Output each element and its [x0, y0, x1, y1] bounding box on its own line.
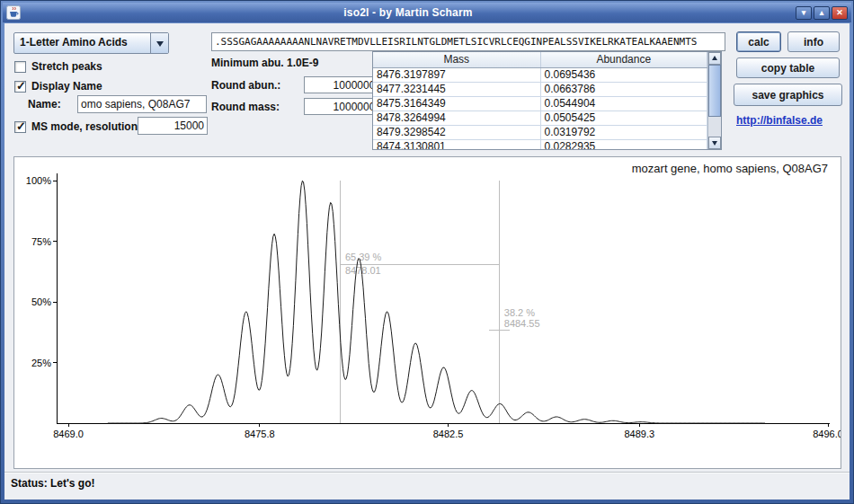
app-window: iso2l - by Martin Scharm ▾ ▴ ✕ 1-Letter …: [0, 0, 854, 504]
stretch-peaks-checkbox[interactable]: Stretch peaks: [14, 59, 102, 74]
resolution-input[interactable]: [138, 117, 208, 135]
copy-table-button[interactable]: copy table: [736, 57, 840, 78]
table-row[interactable]: 8479.32985420.0319792: [373, 125, 707, 139]
window-title: iso2l - by Martin Scharm: [24, 6, 792, 19]
abundance-table-body: 8476.31978970.06954368477.32314450.06637…: [373, 67, 707, 150]
table-cell[interactable]: 8476.3197897: [373, 67, 540, 82]
info-button[interactable]: info: [787, 31, 840, 52]
checkbox-label: Display Name: [31, 80, 102, 93]
table-cell[interactable]: 0.0319792: [540, 125, 707, 139]
titlebar[interactable]: iso2l - by Martin Scharm ▾ ▴ ✕: [3, 3, 851, 22]
binfalse-link[interactable]: http://binfalse.de: [736, 114, 823, 127]
svg-text:100%: 100%: [26, 175, 51, 186]
table-row[interactable]: 8477.32314450.0663786: [373, 82, 707, 96]
table-cell[interactable]: 0.0663786: [540, 82, 707, 96]
status-separator: [4, 472, 850, 473]
table-cell[interactable]: 8477.3231445: [373, 82, 540, 96]
table-scrollbar[interactable]: [707, 52, 721, 149]
minimum-abundance-label: Minimum abu. 1.0E-9: [211, 57, 318, 69]
table-cell[interactable]: 8479.3298542: [373, 125, 540, 139]
svg-text:8475.8: 8475.8: [245, 429, 275, 439]
svg-text:8496.0: 8496.0: [813, 429, 841, 439]
svg-text:75%: 75%: [31, 236, 51, 247]
table-cell[interactable]: 8478.3264994: [373, 111, 540, 125]
checkbox-box[interactable]: [14, 61, 26, 73]
chevron-down-icon[interactable]: [150, 33, 168, 53]
status-text: Status: Let's go!: [11, 477, 95, 490]
scroll-up-icon[interactable]: [708, 52, 721, 65]
table-row[interactable]: 8478.32649940.0505425: [373, 111, 707, 125]
checkbox-box[interactable]: [14, 121, 26, 133]
svg-text:25%: 25%: [31, 358, 51, 368]
svg-text:8478.01: 8478.01: [345, 265, 381, 276]
amino-acid-format-select[interactable]: 1-Letter Amino Acids: [13, 32, 169, 54]
calc-button[interactable]: calc: [736, 31, 781, 52]
table-cell[interactable]: 0.0695436: [540, 67, 707, 82]
table-cell[interactable]: 0.0282935: [540, 139, 707, 150]
sequence-input[interactable]: [211, 32, 725, 51]
column-header-abundance[interactable]: Abundance: [540, 52, 707, 67]
java-cup-icon: [6, 5, 21, 20]
checkbox-box[interactable]: [14, 81, 26, 93]
round-mass-label: Round mass:: [211, 101, 280, 113]
display-name-checkbox[interactable]: Display Name: [14, 79, 102, 93]
table-row[interactable]: 8476.31978970.0695436: [373, 67, 707, 82]
svg-text:mozart gene, homo sapiens, Q08: mozart gene, homo sapiens, Q08AG7: [632, 162, 828, 175]
ms-mode-checkbox[interactable]: MS mode, resolution:: [14, 119, 141, 134]
table-row[interactable]: 8475.31643490.0544904: [373, 96, 707, 111]
checkbox-label: MS mode, resolution:: [31, 120, 141, 133]
name-label: Name:: [28, 98, 61, 111]
scrollbar-thumb[interactable]: [708, 65, 721, 117]
svg-text:50%: 50%: [31, 296, 51, 307]
svg-text:8469.0: 8469.0: [53, 429, 84, 439]
spectrum-panel[interactable]: mozart gene, homo sapiens, Q08AG7100%75%…: [13, 156, 841, 469]
column-header-mass[interactable]: Mass: [373, 52, 540, 67]
svg-text:8482.5: 8482.5: [433, 429, 464, 439]
table-cell[interactable]: 8475.3164349: [373, 96, 540, 111]
close-button[interactable]: ✕: [832, 6, 848, 20]
round-abundance-label: Round abun.:: [211, 79, 280, 92]
name-input[interactable]: [77, 95, 207, 113]
minimize-button[interactable]: ▾: [796, 6, 812, 20]
svg-text:8489.3: 8489.3: [624, 429, 654, 439]
scroll-down-icon[interactable]: [708, 137, 721, 149]
table-cell[interactable]: 0.0505425: [540, 111, 707, 125]
table-row[interactable]: 8474.31308010.0282935: [373, 139, 707, 150]
svg-text:38.2 %: 38.2 %: [504, 307, 535, 318]
combo-selected-value: 1-Letter Amino Acids: [14, 33, 150, 53]
maximize-button[interactable]: ▴: [814, 6, 830, 20]
table-cell[interactable]: 0.0544904: [540, 96, 707, 111]
svg-text:65.39 %: 65.39 %: [345, 252, 382, 262]
save-graphics-button[interactable]: save graphics: [734, 84, 842, 106]
table-cell[interactable]: 8474.3130801: [373, 139, 540, 150]
checkbox-label: Stretch peaks: [31, 60, 102, 73]
svg-text:8484.55: 8484.55: [504, 318, 540, 329]
isotope-table: Mass Abundance 8476.31978970.06954368477…: [372, 51, 722, 150]
spectrum-chart[interactable]: mozart gene, homo sapiens, Q08AG7100%75%…: [14, 157, 841, 468]
